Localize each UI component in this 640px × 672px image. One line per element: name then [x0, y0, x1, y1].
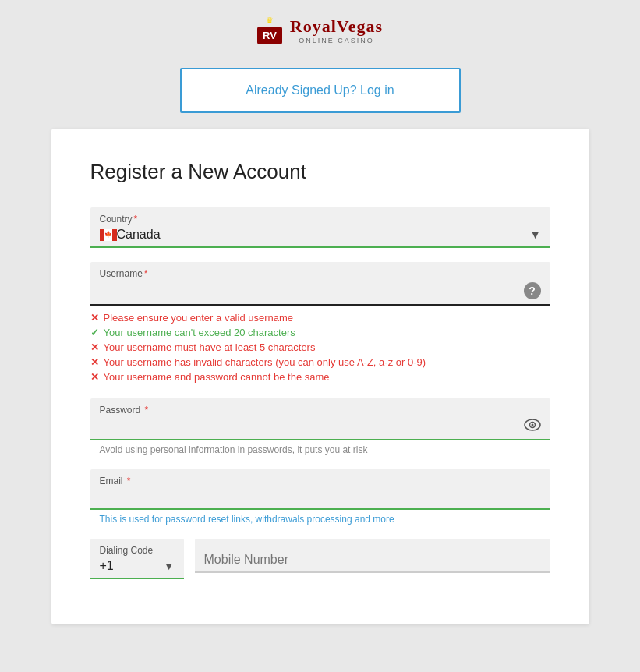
password-input[interactable] — [100, 419, 524, 433]
login-button-wrapper: Already Signed Up? Log in — [180, 68, 461, 113]
country-field-row: 🍁 Canada ▼ — [100, 228, 541, 242]
username-field-row: ? — [100, 282, 541, 299]
email-field-row — [100, 490, 541, 504]
success-icon-1: ✓ — [90, 327, 99, 338]
mobile-number-input[interactable] — [204, 553, 541, 567]
validation-item-4: ✕ Your username and password cannot be t… — [90, 370, 550, 384]
dialing-code-field-box[interactable]: Dialing Code +1 ▼ — [90, 539, 184, 579]
email-input[interactable] — [100, 490, 541, 504]
email-field-group: Email * This is used for password reset … — [90, 469, 550, 525]
error-icon-2: ✕ — [90, 341, 99, 353]
password-field-group: Password * Avoid using personal informat… — [90, 398, 550, 455]
username-label: Username* — [100, 268, 541, 279]
error-icon-3: ✕ — [90, 356, 99, 368]
validation-item-3: ✕ Your username has invalid characters (… — [90, 355, 550, 370]
canada-flag-icon: 🍁 — [100, 229, 117, 241]
validation-item-1: ✓ Your username can't exceed 20 characte… — [90, 325, 550, 340]
registration-form: Register a New Account Country* 🍁 Canada… — [51, 129, 589, 624]
dialing-code-label: Dialing Code — [100, 545, 175, 556]
logo-subtitle: ONLINE CASINO — [290, 37, 383, 44]
username-validation-list: ✕ Please ensure you enter a valid userna… — [90, 310, 550, 384]
password-field-box: Password * — [90, 398, 550, 440]
show-password-icon[interactable] — [524, 419, 541, 434]
form-title: Register a New Account — [90, 160, 550, 184]
logo-container: ♛ RV RoyalVegas ONLINE CASINO — [257, 16, 383, 44]
mobile-number-field-row — [204, 545, 541, 567]
dialing-code-field-group: Dialing Code +1 ▼ — [90, 539, 184, 579]
logo-badge-wrapper: ♛ RV — [257, 16, 282, 44]
logo-name-vegas: Vegas — [337, 16, 383, 36]
password-label: Password * — [100, 405, 541, 416]
validation-item-0: ✕ Please ensure you enter a valid userna… — [90, 310, 550, 325]
dialing-code-value: +1 — [100, 559, 164, 573]
logo-name-royal: Royal — [290, 16, 337, 36]
username-field-group: Username* ? ✕ Please ensure you enter a … — [90, 262, 550, 384]
country-dropdown-icon[interactable]: ▼ — [530, 228, 541, 241]
country-field-box[interactable]: Country* 🍁 Canada ▼ — [90, 207, 550, 248]
country-label: Country* — [100, 214, 541, 225]
country-field-group: Country* 🍁 Canada ▼ — [90, 207, 550, 248]
dialing-code-field-row: +1 ▼ — [100, 559, 175, 573]
username-field-box: Username* ? — [90, 262, 550, 306]
login-button[interactable]: Already Signed Up? Log in — [180, 68, 461, 113]
password-field-row — [100, 419, 541, 434]
logo-badge: RV — [257, 27, 282, 44]
logo-area: ♛ RV RoyalVegas ONLINE CASINO — [257, 16, 383, 44]
phone-row: Dialing Code +1 ▼ — [90, 539, 550, 593]
country-value: Canada — [117, 228, 530, 242]
svg-point-2 — [531, 424, 533, 426]
email-label: Email * — [100, 476, 541, 486]
mobile-number-field-box — [195, 539, 550, 573]
mobile-number-field-group — [195, 539, 550, 579]
email-field-box: Email * — [90, 469, 550, 510]
password-hint: Avoid using personal information in pass… — [90, 444, 550, 455]
email-hint: This is used for password reset links, w… — [90, 514, 550, 525]
page-wrapper: ♛ RV RoyalVegas ONLINE CASINO Already Si… — [0, 0, 640, 656]
help-icon[interactable]: ? — [524, 282, 541, 299]
logo-name: RoyalVegas — [290, 16, 383, 37]
crown-icon: ♛ — [257, 16, 282, 26]
error-icon-0: ✕ — [90, 312, 99, 324]
dialing-code-dropdown-icon[interactable]: ▼ — [164, 560, 175, 572]
error-icon-4: ✕ — [90, 371, 99, 383]
validation-item-2: ✕ Your username must have at least 5 cha… — [90, 340, 550, 355]
username-input[interactable] — [100, 284, 524, 298]
logo-text: RoyalVegas ONLINE CASINO — [290, 16, 383, 44]
